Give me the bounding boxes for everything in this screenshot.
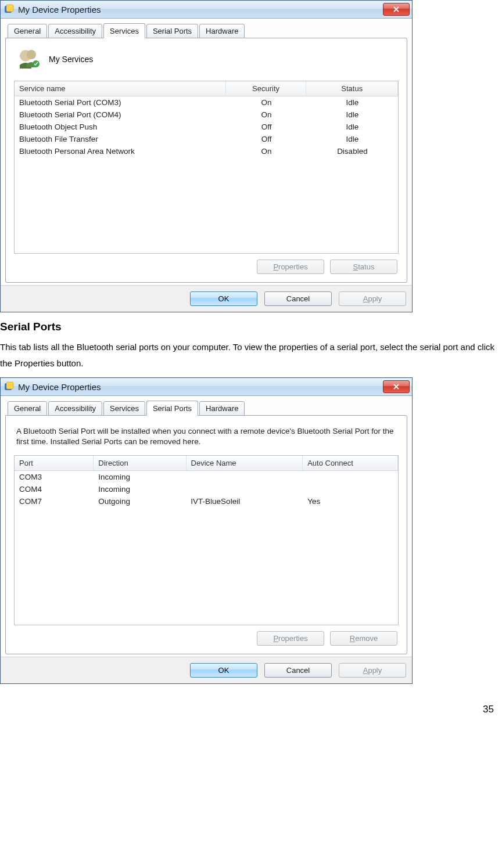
column-header[interactable]: Status: [306, 81, 398, 96]
cell: IVT-BlueSoleil: [186, 495, 303, 507]
titlebar[interactable]: My Device Properties: [1, 1, 412, 19]
cell: Off: [226, 133, 306, 145]
cell: COM7: [15, 495, 94, 507]
cell: Disabled: [307, 145, 398, 157]
properties-button[interactable]: Properties: [257, 631, 324, 646]
close-icon: [393, 383, 400, 390]
close-icon: [393, 6, 400, 13]
section-paragraph: This tab lists all the Bluetooth serial …: [0, 339, 502, 372]
column-header[interactable]: Port: [15, 456, 94, 470]
win1-tab-hardware[interactable]: Hardware: [199, 24, 245, 39]
remove-button[interactable]: Remove: [330, 631, 397, 646]
cancel-button[interactable]: Cancel: [264, 663, 332, 678]
ok-button[interactable]: OK: [190, 291, 257, 306]
table-row[interactable]: Bluetooth Personal Area NetworkOnDisable…: [15, 145, 398, 157]
cell: On: [226, 109, 306, 121]
cell: Incoming: [94, 471, 186, 483]
table-row[interactable]: COM7OutgoingIVT-BlueSoleilYes: [15, 495, 398, 507]
cell: [303, 483, 398, 495]
svg-rect-1: [6, 5, 13, 12]
cell: Incoming: [94, 483, 186, 495]
table-row[interactable]: Bluetooth Object PushOffIdle: [15, 121, 398, 133]
win1-tab-services[interactable]: Services: [103, 23, 145, 38]
status-button[interactable]: Status: [330, 260, 397, 274]
serialports-description: A Bluetooth Serial Port will be installe…: [16, 426, 396, 447]
tab-panel-services: My Services Service nameSecurityStatus B…: [5, 38, 407, 283]
properties-button[interactable]: Properties: [257, 260, 324, 274]
close-button[interactable]: [383, 380, 410, 393]
cell: [186, 471, 303, 483]
win2-tab-accessibility[interactable]: Accessibility: [48, 401, 102, 416]
cancel-button[interactable]: Cancel: [264, 291, 332, 306]
column-header[interactable]: Auto Connect: [303, 456, 398, 470]
cell: [303, 471, 398, 483]
column-header[interactable]: Direction: [94, 456, 186, 470]
cell: On: [226, 145, 306, 157]
window-title: My Device Properties: [18, 5, 383, 15]
cell: COM3: [15, 471, 94, 483]
win2-tab-services[interactable]: Services: [103, 401, 145, 416]
table-row[interactable]: COM4Incoming: [15, 483, 398, 495]
apply-button[interactable]: Apply: [339, 663, 406, 678]
properties-window-serialports: My Device Properties GeneralAccessibilit…: [0, 377, 413, 684]
ok-button[interactable]: OK: [190, 663, 257, 678]
titlebar[interactable]: My Device Properties: [1, 378, 412, 396]
cell: Idle: [307, 133, 398, 145]
cell: Bluetooth File Transfer: [15, 133, 226, 145]
svg-point-3: [27, 50, 36, 59]
page-number: 35: [483, 704, 494, 715]
apply-button[interactable]: Apply: [339, 291, 406, 306]
dialog-footer: OK Cancel Apply: [1, 285, 412, 312]
cell: [186, 483, 303, 495]
cell: Idle: [307, 109, 398, 121]
svg-rect-6: [6, 382, 13, 389]
section-heading: Serial Ports: [0, 320, 502, 333]
win1-tab-serial-ports[interactable]: Serial Ports: [146, 24, 198, 39]
cell: Off: [226, 121, 306, 133]
table-row[interactable]: COM3Incoming: [15, 471, 398, 483]
cell: On: [226, 96, 306, 109]
win2-tab-general[interactable]: General: [8, 401, 47, 416]
services-icon: [17, 48, 41, 70]
serialports-table[interactable]: PortDirectionDevice NameAuto Connect COM…: [14, 455, 399, 625]
cell: Bluetooth Serial Port (COM4): [15, 109, 226, 121]
window-title: My Device Properties: [18, 382, 383, 392]
services-table[interactable]: Service nameSecurityStatus Bluetooth Ser…: [14, 81, 399, 254]
cell: Yes: [303, 495, 398, 507]
cell: Idle: [307, 96, 398, 109]
cell: Outgoing: [94, 495, 186, 507]
tab-panel-serialports: A Bluetooth Serial Port will be installe…: [5, 415, 407, 654]
table-row[interactable]: Bluetooth Serial Port (COM4)OnIdle: [15, 109, 398, 121]
column-header[interactable]: Security: [226, 81, 307, 96]
win2-tab-serial-ports[interactable]: Serial Ports: [146, 401, 198, 416]
table-row[interactable]: Bluetooth Serial Port (COM3)OnIdle: [15, 96, 398, 109]
cell: Bluetooth Personal Area Network: [15, 145, 226, 157]
cell: COM4: [15, 483, 94, 495]
column-header[interactable]: Device Name: [187, 456, 303, 470]
column-header[interactable]: Service name: [15, 81, 226, 96]
cell: Bluetooth Serial Port (COM3): [15, 96, 226, 109]
dialog-footer: OK Cancel Apply: [1, 657, 412, 683]
table-row[interactable]: Bluetooth File TransferOffIdle: [15, 133, 398, 145]
close-button[interactable]: [383, 3, 410, 16]
win2-tab-hardware[interactable]: Hardware: [199, 401, 245, 416]
app-icon: [4, 4, 15, 15]
app-icon: [4, 381, 15, 392]
cell: Idle: [307, 121, 398, 133]
properties-window-services: My Device Properties GeneralAccessibilit…: [0, 0, 413, 312]
win1-tab-accessibility[interactable]: Accessibility: [48, 24, 102, 39]
services-section-label: My Services: [49, 55, 93, 64]
win1-tab-general[interactable]: General: [8, 24, 47, 39]
cell: Bluetooth Object Push: [15, 121, 226, 133]
